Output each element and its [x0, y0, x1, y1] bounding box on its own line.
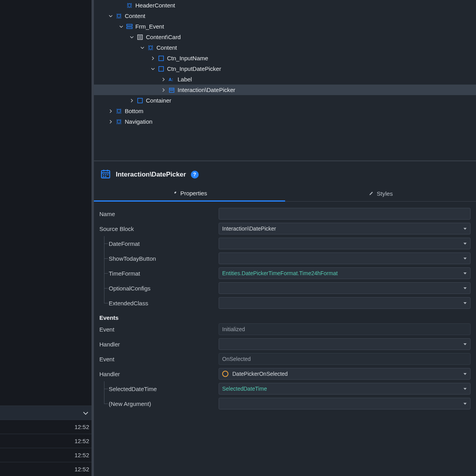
list-item[interactable]: 12:52 — [0, 448, 92, 462]
prop-row-showtoday: ShowTodayButton — [99, 251, 471, 266]
tree-node[interactable]: Ctn_InputName — [94, 53, 476, 63]
expander-icon[interactable] — [129, 97, 135, 104]
expander-icon[interactable] — [139, 45, 145, 51]
svg-rect-0 — [127, 24, 132, 26]
left-list-header[interactable] — [0, 406, 92, 420]
property-grid: Name Source Block Interaction\DatePicker… — [94, 202, 476, 411]
main-panel: HeaderContentContentFrm_EventContent\Car… — [94, 0, 476, 476]
svg-rect-6 — [159, 56, 163, 61]
timestamp: 12:52 — [74, 424, 89, 430]
placeholder-icon — [126, 2, 133, 9]
svg-rect-21 — [107, 174, 109, 175]
expander-icon[interactable] — [108, 13, 114, 19]
tab-styles[interactable]: Styles — [285, 186, 476, 201]
tab-properties[interactable]: Properties — [94, 186, 285, 202]
tab-label: Styles — [377, 190, 393, 197]
list-item[interactable]: 12:52 — [0, 434, 92, 448]
expander-icon[interactable] — [108, 119, 114, 125]
prop-label: Source Block — [99, 225, 134, 232]
container-icon — [158, 55, 165, 62]
prop-row-handler1: Handler — [99, 337, 471, 352]
tree-node-label: Navigation — [125, 118, 153, 125]
text-icon: A: — [168, 76, 175, 83]
tree-node-label: Content — [125, 13, 145, 19]
section-events: Events — [99, 310, 471, 322]
tree-node[interactable]: Ctn_InputDatePicker — [94, 63, 476, 74]
tree-node[interactable]: Bottom — [94, 106, 476, 116]
svg-rect-13 — [172, 90, 173, 91]
select-value: Interaction\DatePicker — [222, 225, 467, 232]
tree-node[interactable]: Navigation — [94, 116, 476, 127]
expander-icon[interactable] — [150, 55, 156, 61]
tree-node[interactable]: A:Label — [94, 74, 476, 85]
expander-icon[interactable] — [108, 108, 114, 114]
tree-node-label: Content — [156, 44, 177, 51]
source-block-select[interactable]: Interaction\DatePicker — [219, 223, 471, 234]
handler1-select[interactable] — [219, 338, 471, 350]
expander-icon[interactable] — [129, 34, 135, 40]
properties-panel: Interaction\DatePicker ? Properties Styl… — [94, 160, 476, 476]
svg-rect-14 — [138, 98, 142, 103]
prop-label: ShowTodayButton — [109, 255, 156, 262]
prop-label: Event — [99, 326, 114, 333]
tree-node-label: Bottom — [125, 108, 144, 114]
svg-rect-19 — [103, 174, 104, 175]
tree-node[interactable]: Content\Card — [94, 32, 476, 42]
tree-node[interactable]: Interaction\DatePicker — [94, 85, 476, 95]
selecteddatetime-select[interactable]: SelectedDateTime — [219, 383, 471, 395]
select-value: SelectedDateTime — [222, 386, 467, 392]
form-icon — [126, 23, 133, 30]
timestamp: 12:52 — [74, 452, 89, 458]
left-sidebar: 12:52 12:52 12:52 12:52 — [0, 0, 92, 476]
help-button[interactable]: ? — [191, 171, 199, 178]
placeholder-icon — [115, 108, 122, 115]
showtoday-select[interactable] — [219, 252, 471, 264]
expander-icon[interactable] — [160, 87, 167, 93]
expander-icon[interactable] — [150, 66, 156, 72]
tree-node[interactable]: Container — [94, 95, 476, 106]
datepicker-header-icon — [100, 168, 111, 180]
prop-label: Handler — [99, 341, 120, 348]
tree-node-label: Container — [146, 97, 171, 104]
prop-row-event2: Event OnSelected — [99, 352, 471, 366]
optionalconfigs-select[interactable] — [219, 282, 471, 294]
tree-node-label: Ctn_InputDatePicker — [167, 65, 221, 72]
prop-label: ExtendedClass — [109, 300, 148, 307]
prop-row-optionalconfigs: OptionalConfigs — [99, 281, 471, 296]
expander-icon[interactable] — [160, 76, 167, 83]
tree-node[interactable]: Frm_Event — [94, 21, 476, 32]
tree-node[interactable]: Content — [94, 11, 476, 21]
tree-node-label: Interaction\DatePicker — [178, 87, 235, 93]
prop-label: (New Argument) — [109, 400, 151, 407]
prop-row-extendedclass: ExtendedClass — [99, 296, 471, 310]
event1-value: Initialized — [219, 323, 471, 335]
chevron-down-icon — [82, 409, 89, 416]
newargument-select[interactable] — [219, 398, 471, 409]
action-icon — [222, 371, 228, 377]
tree-node-label: Label — [178, 76, 192, 83]
tree-node[interactable]: Content — [94, 42, 476, 53]
expander-icon[interactable] — [118, 23, 124, 30]
prop-label: DateFormat — [109, 240, 140, 247]
svg-text:A:: A: — [169, 77, 173, 82]
timestamp: 12:52 — [74, 466, 89, 472]
tree-node-label: Frm_Event — [135, 23, 164, 30]
handler2-select[interactable]: DatePickerOnSelected — [219, 368, 471, 380]
prop-row-selecteddatetime: SelectedDateTime SelectedDateTime — [99, 381, 471, 396]
svg-rect-20 — [105, 174, 106, 175]
tab-label: Properties — [180, 190, 207, 197]
container-icon — [137, 97, 144, 104]
prop-row-name: Name — [99, 206, 471, 221]
tree-node[interactable]: HeaderContent — [94, 0, 476, 11]
placeholder-icon — [115, 118, 122, 125]
extendedclass-select[interactable] — [219, 297, 471, 309]
list-item[interactable]: 12:52 — [0, 462, 92, 476]
left-bottom-list: 12:52 12:52 12:52 12:52 — [0, 406, 92, 476]
select-value: DatePickerOnSelected — [232, 371, 467, 377]
svg-rect-7 — [159, 67, 163, 71]
list-item[interactable]: 12:52 — [0, 420, 92, 434]
timeformat-select[interactable]: Entities.DatePickerTimeFormat.Time24hFor… — [219, 267, 471, 279]
name-input[interactable] — [219, 208, 471, 220]
dateformat-select[interactable] — [219, 238, 471, 249]
svg-rect-12 — [171, 90, 172, 91]
